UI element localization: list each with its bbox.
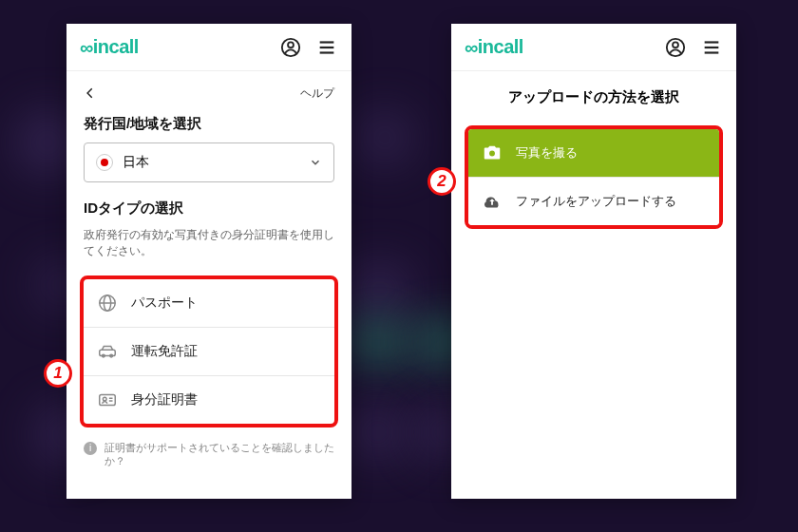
country-value: 日本	[123, 154, 149, 171]
svg-point-1	[288, 42, 294, 48]
footer-note: 証明書がサポートされていることを確認しましたか？	[104, 441, 334, 468]
country-select[interactable]: 日本	[84, 142, 334, 182]
option-drivers-label: 運転免許証	[131, 343, 198, 360]
globe-icon	[97, 293, 118, 314]
annotation-badge-2: 2	[428, 167, 456, 196]
idtype-heading: IDタイプの選択	[84, 200, 334, 218]
upload-heading: アップロードの方法を選択	[451, 71, 736, 116]
account-icon[interactable]	[279, 36, 302, 59]
back-button[interactable]	[84, 85, 97, 102]
option-national-label: 身分証明書	[131, 391, 198, 408]
brand-logo[interactable]: ∞incall	[80, 36, 139, 58]
option-upload-file[interactable]: ファイルをアップロードする	[468, 177, 719, 225]
app-bar: ∞incall	[451, 24, 736, 71]
option-drivers-license[interactable]: 運転免許証	[84, 327, 334, 375]
svg-point-16	[673, 42, 678, 48]
svg-point-20	[489, 151, 495, 157]
svg-point-12	[103, 397, 106, 401]
account-icon[interactable]	[664, 36, 687, 59]
svg-rect-11	[100, 394, 116, 405]
option-passport-label: パスポート	[131, 294, 198, 312]
option-take-photo[interactable]: 写真を撮る	[468, 129, 719, 177]
upload-options-highlight: 写真を撮る ファイルをアップロードする	[465, 125, 723, 229]
screen-select-id: ∞incall ヘルプ 発行国/地域を選択 日本 IDタイプ	[66, 24, 352, 499]
brand-text: incall	[93, 36, 139, 57]
idtype-options-highlight: パスポート 運転免許証 身分証明書	[80, 276, 338, 428]
idtype-subtext: 政府発行の有効な写真付きの身分証明書を使用してください。	[84, 227, 334, 260]
upload-file-label: ファイルをアップロードする	[516, 193, 676, 210]
flag-japan-icon	[96, 154, 113, 171]
screen-upload-method: ∞incall アップロードの方法を選択 写真を撮る ファイルをアップロードする	[451, 24, 736, 499]
menu-icon[interactable]	[315, 36, 338, 59]
annotation-badge-1: 1	[44, 359, 72, 388]
camera-icon	[482, 142, 503, 163]
take-photo-label: 写真を撮る	[516, 144, 578, 162]
menu-icon[interactable]	[700, 36, 723, 59]
country-heading: 発行国/地域を選択	[84, 115, 334, 133]
option-passport[interactable]: パスポート	[84, 279, 334, 327]
id-card-icon	[97, 390, 118, 410]
info-icon: i	[84, 442, 97, 455]
cloud-upload-icon	[482, 191, 503, 212]
brand-text: incall	[478, 36, 523, 57]
chevron-down-icon	[309, 156, 322, 169]
car-icon	[97, 341, 118, 362]
help-link[interactable]: ヘルプ	[300, 86, 334, 102]
app-bar: ∞incall	[66, 24, 352, 71]
brand-logo[interactable]: ∞incall	[465, 36, 523, 58]
option-national-id[interactable]: 身分証明書	[84, 375, 334, 424]
